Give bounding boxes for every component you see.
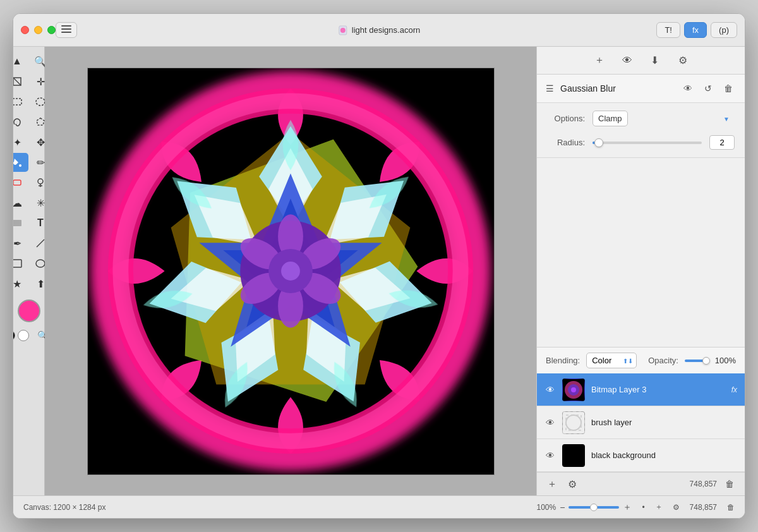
canvas-info-label: Canvas: 1200 × 1284 px bbox=[23, 503, 105, 512]
delete-layer-button[interactable]: 🗑 bbox=[722, 476, 737, 492]
layer-fx-badge-bitmap: fx bbox=[731, 385, 737, 394]
opacity-label: Opacity: bbox=[648, 356, 678, 365]
star-tool[interactable]: ★ bbox=[13, 274, 28, 293]
options-select[interactable]: Clamp None Wrap bbox=[593, 111, 628, 126]
titlebar: light designs.acorn T! fx (p) bbox=[13, 14, 745, 47]
svg-rect-10 bbox=[13, 180, 21, 185]
opacity-slider[interactable] bbox=[685, 360, 709, 362]
blending-select-wrapper: Color Normal Multiply Screen Overlay ⬆⬇ bbox=[586, 353, 637, 368]
layer-name-brush: brush layer bbox=[591, 418, 737, 427]
zoom-slider[interactable] bbox=[568, 506, 619, 509]
canvas[interactable] bbox=[87, 68, 495, 475]
app-window: light designs.acorn T! fx (p) ▲ 🔍 ✛ bbox=[13, 13, 745, 519]
radius-value-input[interactable] bbox=[709, 135, 735, 150]
filter-reset-button[interactable]: ↺ bbox=[701, 81, 716, 96]
right-panel: ＋ 👁 ⬇ ⚙ ☰ Gaussian Blur 👁 ↺ 🗑 Options: bbox=[536, 47, 745, 495]
canvas-area bbox=[45, 47, 536, 495]
maximize-button[interactable] bbox=[47, 26, 56, 34]
layer-thumbnail-brush bbox=[562, 411, 585, 434]
white-color-chip[interactable] bbox=[18, 330, 29, 341]
eraser-tool[interactable] bbox=[13, 173, 28, 192]
filter-actions: 👁 ↺ 🗑 bbox=[680, 81, 736, 96]
opacity-thumb bbox=[702, 357, 710, 365]
rect-outline-tool[interactable] bbox=[13, 254, 28, 273]
svg-rect-14 bbox=[13, 220, 21, 226]
svg-point-17 bbox=[36, 260, 45, 267]
zoom-percent-label: 100% bbox=[537, 503, 556, 512]
pen-tool[interactable]: ✒ bbox=[13, 234, 28, 253]
p-button[interactable]: (p) bbox=[711, 22, 737, 38]
filter-empty-area bbox=[537, 158, 745, 347]
blending-label: Blending: bbox=[546, 356, 580, 365]
layers-list: 👁 Bitmap Layer 3 fx 👁 bbox=[537, 373, 745, 472]
filter-options: Options: Clamp None Wrap ▼ Radius: bbox=[537, 103, 745, 158]
rect-marquee-tool[interactable] bbox=[13, 92, 28, 111]
layer-thumbnail-bitmap bbox=[562, 378, 585, 401]
layer-item-brush-layer[interactable]: 👁 brush layer bbox=[537, 406, 745, 439]
svg-rect-16 bbox=[13, 260, 21, 267]
rect-shape-tool[interactable] bbox=[13, 214, 28, 233]
minimize-button[interactable] bbox=[34, 26, 42, 34]
file-icon bbox=[338, 25, 348, 35]
options-select-arrow: ▼ bbox=[723, 115, 730, 122]
paint-bucket-tool[interactable] bbox=[13, 153, 28, 172]
traffic-lights bbox=[21, 26, 56, 34]
layer-visibility-black[interactable]: 👁 bbox=[544, 450, 556, 461]
layer-thumbnail-black bbox=[562, 444, 585, 467]
lasso-tool[interactable] bbox=[13, 112, 28, 131]
select-tool[interactable]: ▲ bbox=[13, 52, 28, 71]
svg-point-9 bbox=[19, 164, 21, 167]
layer-item-bitmap-layer-3[interactable]: 👁 Bitmap Layer 3 fx bbox=[537, 373, 745, 406]
file-size-status: 748,857 bbox=[690, 503, 717, 512]
add-filter-button[interactable]: ＋ bbox=[591, 52, 608, 70]
blending-select[interactable]: Color Normal Multiply Screen Overlay bbox=[586, 353, 637, 368]
radius-slider-thumb bbox=[594, 138, 603, 147]
svg-point-8 bbox=[36, 98, 45, 106]
layer-name-bitmap: Bitmap Layer 3 bbox=[591, 385, 725, 394]
svg-rect-1 bbox=[61, 28, 71, 30]
canvas-artwork bbox=[88, 68, 494, 475]
svg-point-38 bbox=[571, 387, 576, 392]
text-tool-button[interactable]: T! bbox=[656, 22, 680, 38]
zoom-plus-icon[interactable]: ＋ bbox=[623, 502, 632, 513]
options-label: Options: bbox=[547, 114, 585, 123]
settings-status-btn[interactable]: ⚙ bbox=[673, 503, 680, 512]
radius-slider[interactable] bbox=[593, 142, 702, 144]
layer-settings-button[interactable]: ⚙ bbox=[565, 476, 580, 492]
svg-point-11 bbox=[38, 179, 43, 184]
add-layer-status-btn[interactable]: ＋ bbox=[655, 502, 663, 512]
sidebar-toggle-button[interactable] bbox=[56, 22, 77, 38]
titlebar-center: light designs.acorn bbox=[338, 25, 420, 35]
magic-wand-tool[interactable]: ✦ bbox=[13, 133, 28, 152]
blending-row: Blending: Color Normal Multiply Screen O… bbox=[537, 347, 745, 373]
foreground-color-swatch[interactable] bbox=[18, 299, 40, 322]
eye-button[interactable]: 👁 bbox=[618, 52, 636, 70]
svg-line-15 bbox=[37, 239, 44, 247]
filter-eye-button[interactable]: 👁 bbox=[680, 81, 695, 96]
opacity-value: 100% bbox=[715, 356, 736, 365]
layer-item-black-background[interactable]: 👁 black background bbox=[537, 439, 745, 472]
add-layer-button[interactable]: ＋ bbox=[544, 476, 560, 492]
close-button[interactable] bbox=[21, 26, 29, 34]
left-toolbar: ▲ 🔍 ✛ bbox=[13, 47, 45, 495]
settings-button[interactable]: ⚙ bbox=[674, 52, 692, 70]
layers-bottom-bar: ＋ ⚙ 748,857 🗑 bbox=[537, 472, 745, 495]
filter-delete-button[interactable]: 🗑 bbox=[721, 81, 736, 96]
status-bar: Canvas: 1200 × 1284 px 100% − ＋ • ＋ ⚙ 74… bbox=[13, 495, 745, 518]
black-color-chip[interactable] bbox=[13, 330, 15, 341]
trash-status-btn[interactable]: 🗑 bbox=[727, 503, 735, 512]
layer-visibility-bitmap[interactable]: 👁 bbox=[544, 384, 556, 396]
filter-collapse-icon[interactable]: ☰ bbox=[546, 83, 554, 94]
blur-tool[interactable]: ☁ bbox=[13, 193, 28, 212]
canvas-wrapper bbox=[87, 68, 495, 475]
main-area: ▲ 🔍 ✛ bbox=[13, 47, 745, 495]
crop-tool[interactable] bbox=[13, 72, 28, 91]
fx-button[interactable]: fx bbox=[684, 22, 707, 38]
filter-title: Gaussian Blur bbox=[560, 83, 674, 94]
options-select-wrapper: Clamp None Wrap ▼ bbox=[593, 111, 735, 126]
zoom-minus-icon[interactable]: − bbox=[560, 502, 565, 512]
download-button[interactable]: ⬇ bbox=[646, 52, 664, 70]
spacer-after-zoom: • bbox=[642, 503, 644, 512]
layer-visibility-brush[interactable]: 👁 bbox=[544, 417, 556, 428]
radius-row: Radius: bbox=[547, 135, 735, 150]
